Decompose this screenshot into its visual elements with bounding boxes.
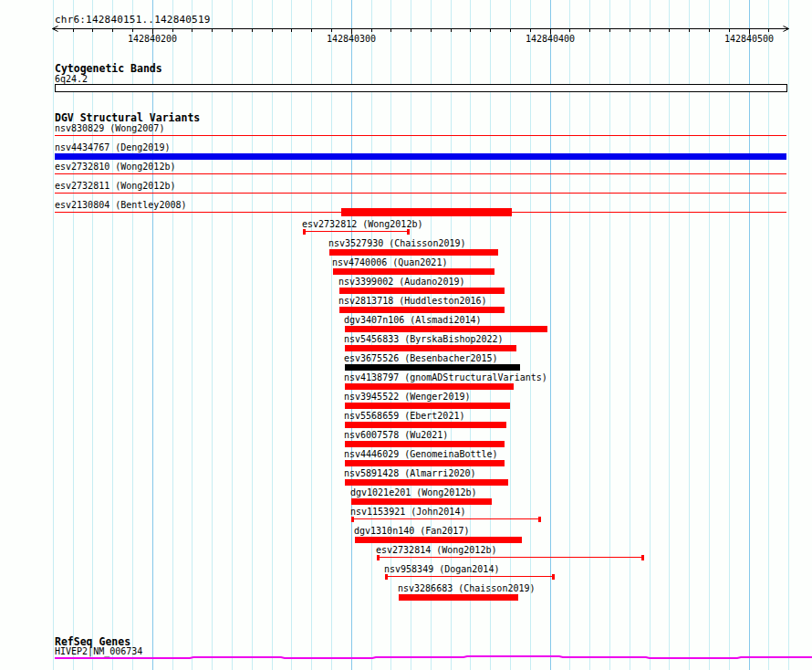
gene-structure[interactable] <box>0 0 812 670</box>
genome-browser: chr6:142840151..142840519 14284020014284… <box>0 0 812 670</box>
